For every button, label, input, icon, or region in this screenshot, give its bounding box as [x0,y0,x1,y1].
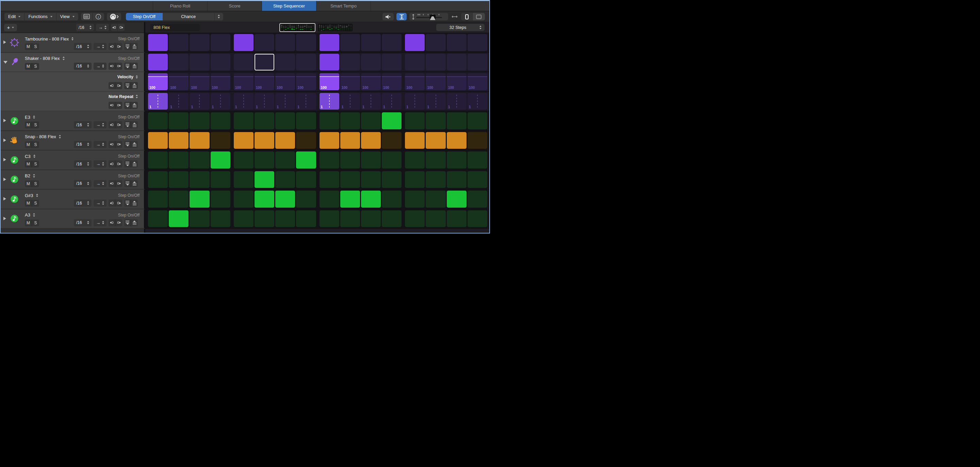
step-rate-control[interactable]: /16 [74,121,92,128]
step-cell-5-off[interactable] [234,151,253,169]
stepper-icon[interactable] [87,45,89,48]
velocity-cell-4[interactable]: 100 [211,73,231,90]
step-cell-4-off[interactable] [211,171,231,188]
stepper-icon[interactable] [136,95,138,98]
step-input-keyboard-button[interactable] [81,13,92,21]
step-cell-7-off[interactable] [275,171,295,188]
note_repeat-cell-4[interactable]: 1 [211,93,231,110]
note_repeat-cell-15[interactable]: 1 [447,93,466,110]
nudge-right-button[interactable] [115,43,122,50]
stepper-icon[interactable] [87,221,89,225]
step-cell-12-off[interactable] [382,34,401,51]
row-height-slider[interactable] [415,13,443,21]
note_repeat-cell-1[interactable]: 1 [148,93,168,110]
step-cell-14-off[interactable] [426,210,445,227]
stepper-icon[interactable] [102,45,104,48]
stepper-icon[interactable] [87,182,89,185]
disclosure-icon[interactable] [3,217,6,220]
note_repeat-cell-8[interactable]: 1 [296,93,316,110]
decrement-values-button[interactable] [124,199,131,207]
horizontal-zoom-icon[interactable] [451,14,458,19]
step-cell-5-off[interactable] [234,54,253,71]
note_repeat-cell-7[interactable]: 1 [275,93,295,110]
info-button[interactable]: i [92,13,104,21]
step-cell-9-on[interactable] [320,34,339,51]
step-cell-2-off[interactable] [169,112,189,129]
decrement-values-button[interactable] [124,180,131,187]
nudge-left-button[interactable] [108,43,115,50]
step-cell-13-on[interactable] [405,34,425,51]
step-cell-12-off[interactable] [382,151,401,169]
mute-button[interactable]: M [25,180,32,187]
step-cell-14-off[interactable] [426,151,445,169]
stepper-icon[interactable] [102,64,104,68]
step-cell-3-off[interactable] [189,210,209,227]
functions-menu[interactable]: Functions [24,13,56,21]
step-cell-2-off[interactable] [169,54,189,71]
compact-view-button[interactable] [461,13,473,21]
step-cell-15-on[interactable] [447,191,466,208]
step-cell-11-off[interactable] [361,112,381,129]
step-cell-14-off[interactable] [426,191,445,208]
velocity-cell-8[interactable]: 100 [296,73,316,90]
pattern-playback-direction-control[interactable]: → [96,24,109,31]
step-cell-1-off[interactable] [148,151,168,169]
step-cell-6-on[interactable] [255,191,274,208]
step-cell-15-off[interactable] [447,210,466,227]
step-cell-3-off[interactable] [189,54,209,71]
step-cell-14-off[interactable] [426,34,445,51]
step-cell-1-off[interactable] [148,210,168,227]
step-cell-6-off[interactable] [255,151,274,169]
mute-button[interactable]: M [25,141,32,148]
step-cell-8-off[interactable] [296,112,316,129]
disclosure-icon[interactable] [3,158,6,161]
decrement-values-button[interactable] [124,63,131,70]
disclosure-icon[interactable] [3,197,6,201]
stepper-icon[interactable] [87,64,89,68]
step-cell-5-on[interactable] [234,132,253,149]
step-cell-2-on[interactable] [169,210,189,227]
stepper-icon[interactable] [136,75,138,79]
stepper-icon[interactable] [33,174,35,178]
velocity-cell-15[interactable]: 100 [447,73,466,90]
step-cell-11-off[interactable] [361,210,381,227]
step-cell-13-off[interactable] [405,191,425,208]
note_repeat-cell-12[interactable]: 1 [382,93,401,110]
decrement-values-button[interactable] [124,102,131,109]
step-cell-15-off[interactable] [447,151,466,169]
step-cell-8-off[interactable] [296,34,316,51]
step-cell-8-off[interactable] [296,171,316,188]
step-cell-5-off[interactable] [234,191,253,208]
step-cell-9-off[interactable] [320,112,339,129]
solo-button[interactable]: S [32,161,39,167]
velocity-cell-7[interactable]: 100 [275,73,295,90]
step-cell-6-off[interactable] [255,34,274,51]
step-cell-11-off[interactable] [361,171,381,188]
step-cell-9-on[interactable] [320,132,339,149]
step-cell-14-on[interactable] [426,132,445,149]
solo-button[interactable]: S [32,200,39,207]
tab-smart-tempo[interactable]: Smart Tempo [317,1,371,11]
nudge-right-button[interactable] [115,63,122,70]
step-cell-10-off[interactable] [340,34,360,51]
midi-in-button[interactable] [107,13,121,21]
nudge-left-button[interactable] [108,199,115,207]
pattern-name-field[interactable]: 808 Flex [150,24,200,31]
step-cell-8-off[interactable] [296,132,316,149]
edit-menu[interactable]: Edit [5,13,24,21]
nudge-right-button[interactable] [115,121,122,128]
nudge-right-button[interactable] [115,219,122,226]
step-cell-3-off[interactable] [189,112,209,129]
step-cell-16-off[interactable] [468,132,487,149]
view-menu[interactable]: View [56,13,78,21]
step-cell-6-off[interactable] [255,112,274,129]
stepper-icon[interactable] [102,201,104,205]
stepper-icon[interactable] [33,155,35,158]
stepper-icon[interactable] [59,135,61,139]
slider-track[interactable] [416,17,442,18]
step-cell-10-off[interactable] [340,151,360,169]
row-name[interactable]: A3 [25,212,30,217]
step-cell-13-off[interactable] [405,171,425,188]
step-cell-8-off[interactable] [296,54,316,71]
step-cell-12-off[interactable] [382,54,401,71]
